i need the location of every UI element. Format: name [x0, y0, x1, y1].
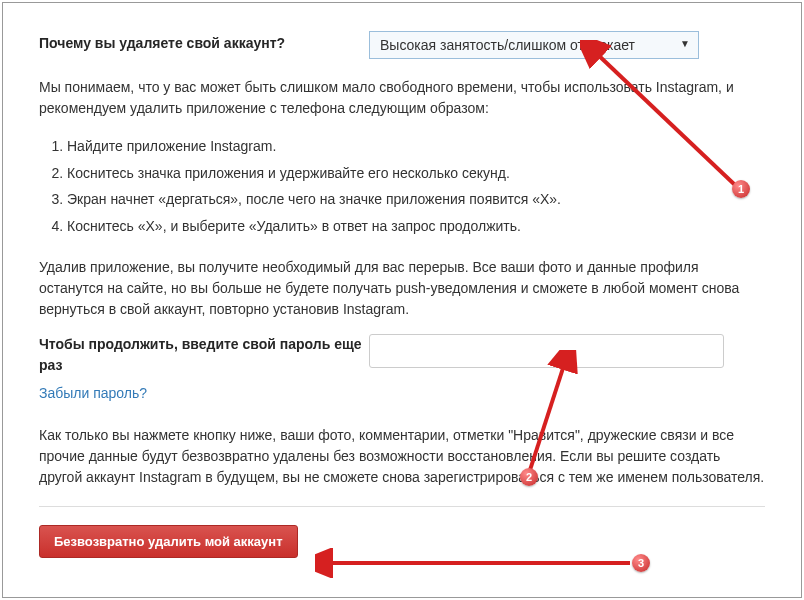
reason-dropdown[interactable]: Высокая занятость/слишком отвлекает — [369, 31, 699, 59]
warning-text: Как только вы нажмете кнопку ниже, ваши … — [39, 425, 765, 488]
reason-label: Почему вы удаляете свой аккаунт? — [39, 31, 369, 51]
annotation-badge-3: 3 — [632, 554, 650, 572]
step-item: Коснитесь «X», и выберите «Удалить» в от… — [67, 213, 765, 240]
delete-account-button[interactable]: Безвозвратно удалить мой аккаунт — [39, 525, 298, 558]
step-item: Найдите приложение Instagram. — [67, 133, 765, 160]
reason-selected: Высокая занятость/слишком отвлекает — [380, 37, 635, 53]
password-label: Чтобы продолжить, введите свой пароль ещ… — [39, 334, 369, 375]
step-item: Коснитесь значка приложения и удерживайт… — [67, 160, 765, 187]
forgot-password-link[interactable]: Забыли пароль? — [39, 385, 147, 401]
divider — [39, 506, 765, 507]
annotation-badge-2: 2 — [520, 468, 538, 486]
intro-text: Мы понимаем, что у вас может быть слишко… — [39, 77, 765, 119]
step-item: Экран начнет «дергаться», после чего на … — [67, 186, 765, 213]
annotation-badge-1: 1 — [732, 180, 750, 198]
after-steps-text: Удалив приложение, вы получите необходим… — [39, 257, 765, 320]
password-input[interactable] — [369, 334, 724, 368]
steps-list: Найдите приложение Instagram. Коснитесь … — [67, 133, 765, 239]
